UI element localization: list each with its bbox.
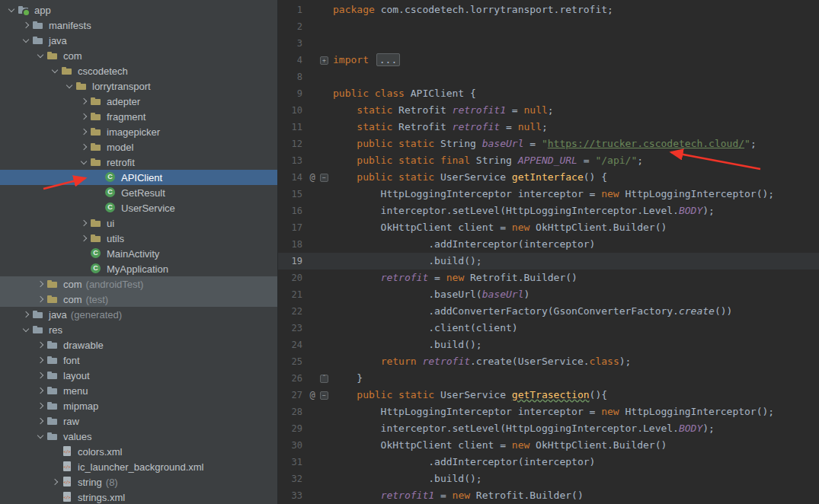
fold-marker-icon[interactable]: − (318, 169, 330, 186)
tree-item-com-test[interactable]: com(test) (0, 292, 277, 307)
line-number[interactable]: 18 (278, 236, 307, 253)
tree-item-ui[interactable]: ui (0, 215, 277, 231)
tree-item-menu[interactable]: menu (0, 383, 277, 398)
line-number[interactable]: 28 (278, 404, 307, 420)
chevron-right-icon[interactable] (35, 400, 46, 412)
line-number[interactable]: 16 (278, 203, 307, 219)
line-number[interactable]: 24 (278, 337, 307, 353)
tree-item-font[interactable]: font (0, 352, 277, 368)
line-number[interactable]: 21 (278, 286, 307, 303)
chevron-right-icon[interactable] (35, 354, 46, 366)
tree-item-utils[interactable]: utils (0, 231, 277, 246)
tree-item-ic-launcher-background-xml[interactable]: ic_launcher_background.xml (0, 459, 277, 474)
chevron-right-icon[interactable] (21, 308, 32, 321)
code-line-11[interactable]: 11 static Retrofit retrofit = null; (278, 119, 819, 136)
code-line-14[interactable]: 14@− public static UserService getInterf… (278, 169, 819, 186)
tree-item-getresult[interactable]: CGetResult (0, 185, 277, 200)
tree-item-userservice[interactable]: CUserService (0, 200, 277, 215)
code-line-23[interactable]: 23 .client(client) (278, 320, 819, 337)
tree-item-model[interactable]: model (0, 139, 277, 155)
chevron-down-icon[interactable] (21, 324, 32, 336)
chevron-right-icon[interactable] (21, 19, 32, 31)
tree-item-res[interactable]: res (0, 322, 277, 337)
code-line-1[interactable]: 1package com.cscodetech.lorrytransport.r… (278, 2, 819, 18)
line-number[interactable]: 9 (278, 85, 307, 102)
chevron-right-icon[interactable] (50, 476, 61, 488)
line-number[interactable]: 14 (278, 169, 307, 186)
code-line-28[interactable]: 28 HttpLoggingInterceptor interceptor = … (278, 404, 819, 420)
fold-marker-icon[interactable]: ˆ (318, 370, 330, 387)
line-number[interactable]: 1 (278, 2, 307, 18)
line-number[interactable]: 25 (278, 353, 307, 370)
line-number[interactable]: 29 (278, 420, 307, 437)
code-line-2[interactable]: 2 (278, 18, 819, 35)
tree-item-strings-xml[interactable]: strings.xml (0, 490, 277, 504)
line-number[interactable]: 11 (278, 119, 307, 136)
code-line-25[interactable]: 25 return retrofit.create(UserService.cl… (278, 353, 819, 370)
line-number[interactable]: 4 (278, 52, 307, 69)
code-line-3[interactable]: 3 (278, 35, 819, 52)
code-line-16[interactable]: 16 interceptor.setLevel(HttpLoggingInter… (278, 203, 819, 219)
tree-item-retrofit[interactable]: retrofit (0, 155, 277, 170)
line-number[interactable]: 15 (278, 186, 307, 203)
tree-item-values[interactable]: values (0, 429, 277, 444)
tree-item-apiclient[interactable]: CAPIClient (0, 170, 277, 185)
line-number[interactable]: 31 (278, 454, 307, 471)
line-number[interactable]: 32 (278, 471, 307, 487)
code-line-29[interactable]: 29 interceptor.setLevel(HttpLoggingInter… (278, 420, 819, 437)
code-line-22[interactable]: 22 .addConverterFactory(GsonConverterFac… (278, 303, 819, 320)
tree-item-lorrytransport[interactable]: lorrytransport (0, 78, 277, 94)
tree-item-mainactivity[interactable]: CMainActivity (0, 246, 277, 261)
chevron-down-icon[interactable] (64, 80, 75, 92)
line-number[interactable]: 10 (278, 102, 307, 119)
tree-item-myapplication[interactable]: CMyApplication (0, 261, 277, 276)
code-line-4[interactable]: 4+import ... (278, 52, 819, 69)
code-line-26[interactable]: 26ˆ } (278, 370, 819, 387)
code-line-33[interactable]: 33 retrofit1 = new Retrofit.Builder() (278, 487, 819, 504)
line-number[interactable]: 23 (278, 320, 307, 337)
chevron-down-icon[interactable] (6, 4, 18, 16)
chevron-right-icon[interactable] (35, 339, 46, 351)
tree-item-app[interactable]: app (0, 2, 277, 18)
code-line-8[interactable]: 8 (278, 69, 819, 85)
code-line-12[interactable]: 12 public static String baseUrl = "https… (278, 136, 819, 152)
chevron-down-icon[interactable] (50, 65, 61, 77)
chevron-right-icon[interactable] (78, 232, 90, 244)
line-number[interactable]: 2 (278, 18, 307, 35)
tree-item-drawable[interactable]: drawable (0, 337, 277, 352)
chevron-down-icon[interactable] (78, 156, 90, 168)
chevron-right-icon[interactable] (78, 141, 90, 153)
code-line-31[interactable]: 31 .addInterceptor(interceptor) (278, 454, 819, 471)
chevron-right-icon[interactable] (78, 110, 90, 123)
line-number[interactable]: 27 (278, 387, 307, 404)
line-number[interactable]: 8 (278, 69, 307, 85)
code-line-24[interactable]: 24 .build(); (278, 337, 819, 353)
code-line-18[interactable]: 18 .addInterceptor(interceptor) (278, 236, 819, 253)
chevron-right-icon[interactable] (35, 415, 46, 427)
line-number[interactable]: 19 (278, 253, 307, 270)
tree-item-string-8[interactable]: string(8) (0, 474, 277, 490)
tree-item-com-androidtest[interactable]: com(androidTest) (0, 276, 277, 292)
line-number[interactable]: 3 (278, 35, 307, 52)
line-number[interactable]: 17 (278, 219, 307, 236)
code-line-27[interactable]: 27@− public static UserService getTrasec… (278, 387, 819, 404)
line-number[interactable]: 33 (278, 487, 307, 504)
line-number[interactable]: 12 (278, 136, 307, 152)
chevron-down-icon[interactable] (35, 49, 46, 62)
code-editor[interactable]: 1package com.cscodetech.lorrytransport.r… (278, 0, 819, 504)
tree-item-java-generated[interactable]: java(generated) (0, 307, 277, 322)
line-number[interactable]: 13 (278, 152, 307, 169)
chevron-down-icon[interactable] (21, 34, 32, 46)
code-line-17[interactable]: 17 OkHttpClient client = new OkHttpClien… (278, 219, 819, 236)
code-line-20[interactable]: 20 retrofit = new Retrofit.Builder() (278, 270, 819, 286)
chevron-right-icon[interactable] (78, 126, 90, 138)
tree-item-imagepicker[interactable]: imagepicker (0, 124, 277, 139)
line-number[interactable]: 26 (278, 370, 307, 387)
tree-item-raw[interactable]: raw (0, 413, 277, 429)
line-number[interactable]: 30 (278, 437, 307, 454)
line-number[interactable]: 20 (278, 270, 307, 286)
chevron-right-icon[interactable] (78, 217, 90, 229)
chevron-right-icon[interactable] (35, 278, 46, 290)
code-line-10[interactable]: 10 static Retrofit retrofit1 = null; (278, 102, 819, 119)
code-line-19[interactable]: 19 .build(); (278, 253, 819, 270)
